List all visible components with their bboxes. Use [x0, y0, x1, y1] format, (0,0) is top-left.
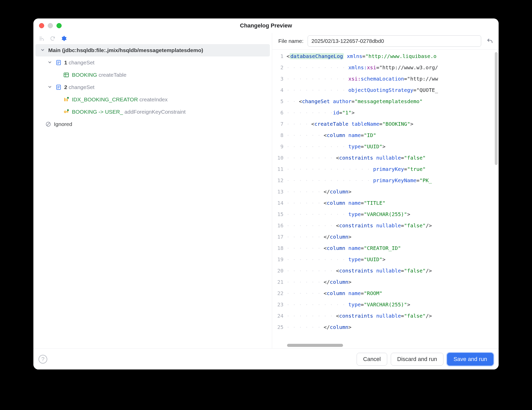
titlebar: Changelog Preview — [33, 18, 499, 33]
line-number: 21 — [272, 276, 287, 288]
minimize-icon[interactable] — [48, 23, 53, 28]
chevron-down-icon[interactable] — [47, 85, 53, 89]
dialog-window: Changelog Preview — [33, 18, 499, 369]
line-number: 24 — [272, 310, 287, 321]
horizontal-scrollbar[interactable] — [287, 344, 343, 347]
svg-rect-1 — [64, 73, 69, 77]
foreign-key-icon — [63, 109, 69, 115]
revert-icon[interactable] — [485, 36, 495, 46]
cancel-button[interactable]: Cancel — [357, 353, 387, 366]
vertical-scrollbar[interactable] — [495, 52, 498, 165]
refresh-icon[interactable] — [49, 35, 56, 42]
tree-main-label: Main (jdbc:hsqldb:file:.jmix/hsqldb/mess… — [48, 47, 203, 53]
line-number: 23 — [272, 299, 287, 310]
line-number: 15 — [272, 209, 287, 220]
line-number: 3 — [272, 73, 287, 84]
changeset-label: changeSet — [69, 84, 94, 90]
line-number: 16 — [272, 220, 287, 231]
svg-point-5 — [67, 109, 69, 111]
tree-toolbar — [33, 33, 272, 44]
changeset-label: changeSet — [69, 60, 94, 65]
tree-changeset-1[interactable]: 1 changeSet — [33, 56, 272, 69]
entity-name: BOOKING — [72, 72, 97, 78]
line-number: 13 — [272, 186, 287, 197]
line-number: 10 — [272, 152, 287, 163]
changeset-icon — [55, 60, 62, 66]
operation-name: addForeignKeyConstraint — [125, 109, 186, 115]
close-icon[interactable] — [39, 23, 44, 28]
save-and-run-button[interactable]: Save and run — [447, 353, 493, 366]
line-number: 19 — [272, 254, 287, 265]
ignored-icon — [45, 121, 51, 127]
line-number: 7 — [272, 118, 287, 130]
file-name-label: File name: — [278, 38, 303, 44]
discard-and-run-button[interactable]: Discard and run — [391, 353, 443, 366]
tree-create-index[interactable]: IDX_BOOKING_CREATOR createIndex — [33, 93, 272, 106]
expand-icon[interactable] — [38, 35, 45, 42]
line-number: 2 — [272, 62, 287, 73]
line-number: 17 — [272, 231, 287, 242]
changeset-icon — [55, 84, 62, 90]
line-number: 8 — [272, 130, 287, 141]
right-panel: File name: 1 2 3 4 5 6 7 8 — [272, 33, 499, 348]
changeset-tree[interactable]: Main (jdbc:hsqldb:file:.jmix/hsqldb/mess… — [33, 44, 272, 348]
table-icon — [63, 72, 69, 78]
file-name-row: File name: — [272, 33, 499, 49]
code-editor[interactable]: 1 2 3 4 5 6 7 8 9 10 11 12 13 14 — [272, 49, 499, 348]
left-panel: Main (jdbc:hsqldb:file:.jmix/hsqldb/mess… — [33, 33, 272, 348]
line-number: 11 — [272, 163, 287, 175]
entity-name: IDX_BOOKING_CREATOR — [72, 96, 138, 102]
tree-add-fk[interactable]: BOOKING -> USER_ addForeignKeyConstraint — [33, 106, 272, 118]
line-number: 25 — [272, 321, 287, 333]
chevron-down-icon[interactable] — [40, 48, 46, 52]
tree-main-node[interactable]: Main (jdbc:hsqldb:file:.jmix/hsqldb/mess… — [35, 44, 270, 56]
changeset-number: 1 — [64, 60, 67, 65]
operation-name: createIndex — [139, 96, 168, 102]
line-number: 14 — [272, 197, 287, 209]
file-name-input[interactable] — [308, 35, 481, 47]
tree-changeset-2[interactable]: 2 changeSet — [33, 81, 272, 93]
svg-point-4 — [64, 111, 66, 113]
line-number: 5 — [272, 96, 287, 107]
line-number: 1 — [272, 51, 287, 62]
line-number: 12 — [272, 175, 287, 186]
dialog-footer: ? Cancel Discard and run Save and run — [33, 348, 499, 369]
operation-name: createTable — [99, 72, 127, 78]
chevron-down-icon[interactable] — [47, 60, 53, 64]
line-gutter: 1 2 3 4 5 6 7 8 9 10 11 12 13 14 — [272, 50, 287, 348]
window-controls — [33, 23, 62, 28]
line-number: 9 — [272, 141, 287, 152]
entity-name: BOOKING -> USER_ — [72, 109, 123, 115]
index-icon — [63, 96, 69, 103]
changeset-number: 2 — [64, 84, 67, 90]
code-area[interactable]: <databaseChangeLog xmlns="http://www.liq… — [287, 50, 499, 348]
line-number: 22 — [272, 288, 287, 299]
line-number: 20 — [272, 265, 287, 276]
help-icon[interactable]: ? — [39, 355, 47, 364]
ignored-label: Ignored — [54, 121, 72, 127]
line-number: 18 — [272, 242, 287, 254]
line-number: 4 — [272, 84, 287, 96]
line-number: 6 — [272, 107, 287, 118]
gear-icon[interactable] — [61, 35, 67, 42]
tree-ignored[interactable]: Ignored — [33, 118, 272, 130]
dialog-title: Changelog Preview — [33, 22, 499, 29]
maximize-icon[interactable] — [56, 23, 62, 28]
tree-create-table[interactable]: BOOKING createTable — [33, 69, 272, 81]
svg-point-3 — [67, 97, 69, 99]
